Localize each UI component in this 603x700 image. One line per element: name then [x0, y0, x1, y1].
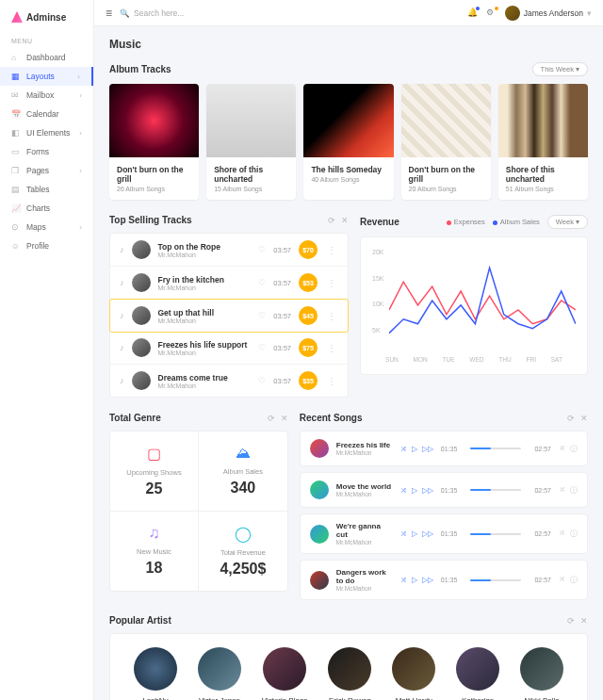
stat-icon: ▢	[118, 445, 190, 463]
track-row[interactable]: ♪Top on the RopeMr.McMahon♡03:57$70⋮	[110, 234, 348, 267]
album-card[interactable]: The hills Someday40 Album Songs	[303, 84, 393, 200]
track-artist: Mr.McMahon	[158, 285, 252, 291]
page-title: Music	[109, 38, 588, 51]
more-icon[interactable]: ⋮	[325, 311, 338, 321]
progress-bar[interactable]	[470, 533, 521, 535]
heart-icon[interactable]: ♡	[258, 343, 266, 352]
artist-row: LashNyVictor JonesVictoria BlazeErick Ro…	[109, 633, 588, 700]
info-icon[interactable]: ⓘ	[570, 575, 578, 585]
progress-bar[interactable]	[470, 579, 521, 581]
track-row[interactable]: ♪Freezes his life supportMr.McMahon♡03:5…	[110, 332, 348, 365]
song-avatar	[310, 439, 329, 458]
artist-card[interactable]: LashNy	[134, 647, 177, 700]
play-icon[interactable]: ▷	[412, 486, 417, 495]
album-card[interactable]: Don't burn on the grill26 Album Songs	[109, 84, 199, 200]
track-price: $53	[299, 273, 318, 292]
play-icon[interactable]: ▷	[412, 445, 417, 453]
nav-icon: 📅	[11, 109, 21, 119]
shuffle-icon[interactable]: ⤮	[559, 485, 565, 496]
forward-icon[interactable]: ▷▷	[422, 445, 433, 453]
more-icon[interactable]: ⋮	[325, 245, 338, 255]
refresh-icon[interactable]: ⟳	[567, 414, 575, 423]
shuffle-icon[interactable]: ⤮	[400, 576, 407, 584]
progress-bar[interactable]	[470, 489, 521, 491]
album-card[interactable]: Shore of this uncharted51 Album Songs	[498, 84, 588, 200]
track-row[interactable]: ♪Dreams come trueMr.McMahon♡03:57$35⋮	[110, 365, 348, 397]
forward-icon[interactable]: ▷▷	[422, 576, 433, 584]
song-time-start: 01:35	[441, 577, 458, 583]
refresh-icon[interactable]: ⟳	[328, 216, 335, 225]
track-price: $35	[299, 371, 318, 390]
notifications-icon[interactable]: 🔔	[467, 8, 479, 19]
album-card[interactable]: Shore of this uncharted15 Album Songs	[206, 84, 296, 200]
shuffle-icon[interactable]: ⤮	[559, 575, 565, 585]
sidebar-item-dashboard[interactable]: ⌂Dashboard	[0, 48, 93, 67]
sidebar-item-pages[interactable]: ❐Pages›	[0, 161, 93, 180]
sidebar-item-ui-elements[interactable]: ◧UI Elements›	[0, 123, 93, 142]
heart-icon[interactable]: ♡	[258, 311, 266, 320]
period-select[interactable]: This Week ▾	[532, 62, 588, 76]
album-card[interactable]: Don't burn on the grill20 Album Songs	[401, 84, 491, 200]
chart-period-select[interactable]: Week ▾	[547, 215, 588, 229]
song-row: Move the worldMr.McMahon⤮▷▷▷01:3502:57⤮ⓘ	[300, 472, 588, 508]
track-artist: Mr.McMahon	[158, 350, 252, 356]
close-icon[interactable]: ✕	[580, 414, 588, 423]
refresh-icon[interactable]: ⟳	[567, 616, 575, 626]
user-menu[interactable]: James Anderson ▾	[505, 6, 592, 21]
shuffle-icon[interactable]: ⤮	[400, 486, 407, 495]
sidebar-item-charts[interactable]: 📈Charts	[0, 199, 93, 218]
refresh-icon[interactable]: ⟳	[268, 414, 275, 423]
heart-icon[interactable]: ♡	[258, 245, 266, 254]
brand-name: Adminse	[26, 12, 66, 23]
shuffle-icon[interactable]: ⤮	[559, 444, 565, 454]
shuffle-icon[interactable]: ⤮	[559, 529, 565, 539]
artist-card[interactable]: Nikki Bella	[520, 647, 563, 700]
progress-bar[interactable]	[470, 448, 521, 449]
heart-icon[interactable]: ♡	[258, 278, 266, 287]
shuffle-icon[interactable]: ⤮	[400, 445, 407, 453]
shuffle-icon[interactable]: ⤮	[400, 529, 407, 538]
sidebar-item-mailbox[interactable]: ✉Mailbox›	[0, 86, 93, 105]
search-input[interactable]: 🔍 Search here...	[120, 8, 184, 18]
sidebar-item-maps[interactable]: ⊙Maps›	[0, 218, 93, 236]
forward-icon[interactable]: ▷▷	[422, 486, 433, 495]
artist-avatar	[134, 647, 177, 691]
play-icon[interactable]: ▷	[412, 576, 417, 584]
track-row[interactable]: ♪Get up that hillMr.McMahon♡03:57$45⋮	[109, 299, 349, 333]
chevron-right-icon: ›	[79, 91, 82, 100]
info-icon[interactable]: ⓘ	[570, 485, 578, 496]
info-icon[interactable]: ⓘ	[570, 444, 578, 454]
info-icon[interactable]: ⓘ	[570, 529, 578, 539]
artist-card[interactable]: Matt Hardy	[392, 647, 435, 700]
sidebar: Adminse MENU ⌂Dashboard▦Layouts›✉Mailbox…	[0, 0, 94, 700]
forward-icon[interactable]: ▷▷	[422, 529, 433, 538]
popular-artist-title: Popular Artist	[109, 615, 171, 626]
sidebar-item-calendar[interactable]: 📅Calendar	[0, 105, 93, 123]
nav-label: Calendar	[26, 109, 59, 119]
close-icon[interactable]: ✕	[580, 616, 588, 626]
nav-icon: ⌂	[11, 53, 21, 62]
artist-card[interactable]: Victoria Blaze	[262, 647, 308, 700]
nav-icon: ▭	[11, 147, 21, 156]
sidebar-item-profile[interactable]: ☺Profile	[0, 236, 93, 255]
song-time-start: 01:35	[441, 487, 458, 494]
artist-card[interactable]: Erick Rowan	[328, 647, 371, 700]
more-icon[interactable]: ⋮	[325, 343, 338, 353]
artist-card[interactable]: Victor Jones	[198, 647, 241, 700]
close-icon[interactable]: ✕	[281, 414, 288, 423]
heart-icon[interactable]: ♡	[258, 376, 266, 385]
logo[interactable]: Adminse	[0, 8, 93, 26]
artist-avatar	[328, 647, 371, 691]
sidebar-item-tables[interactable]: ▤Tables	[0, 180, 93, 199]
sidebar-item-layouts[interactable]: ▦Layouts›	[0, 67, 93, 86]
close-icon[interactable]: ✕	[341, 216, 349, 225]
more-icon[interactable]: ⋮	[325, 278, 338, 288]
artist-card[interactable]: Katherine	[456, 647, 499, 700]
menu-toggle-icon[interactable]: ≡	[106, 7, 112, 20]
search-icon: 🔍	[120, 8, 130, 18]
settings-icon[interactable]: ⚙	[486, 8, 497, 19]
sidebar-item-forms[interactable]: ▭Forms	[0, 142, 93, 161]
more-icon[interactable]: ⋮	[325, 376, 338, 386]
track-row[interactable]: ♪Fry in the kitchenMr.McMahon♡03:57$53⋮	[110, 267, 348, 300]
play-icon[interactable]: ▷	[412, 529, 417, 538]
